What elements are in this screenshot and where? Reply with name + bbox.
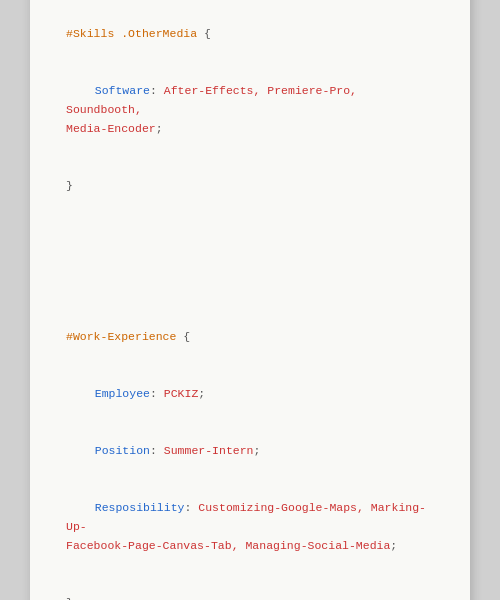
section-work-position: Position: Summer-Intern; [66,442,434,461]
section-work-employee: Employee: PCKIZ; [66,385,434,404]
code-content: /*resume.css*/ #Objective { Employment: … [66,0,434,600]
resume-page: /*resume.css*/ #Objective { Employment: … [30,0,470,600]
section-work-responsibility: Resposibility: Customizing-Google-Maps, … [66,499,434,556]
section-othermedia-selector: #Skills .OtherMedia { [66,25,434,44]
section-work-selector: #Work-Experience { [66,328,434,347]
section-othermedia-software: Software: After-Effects, Premiere-Pro, S… [66,82,434,139]
